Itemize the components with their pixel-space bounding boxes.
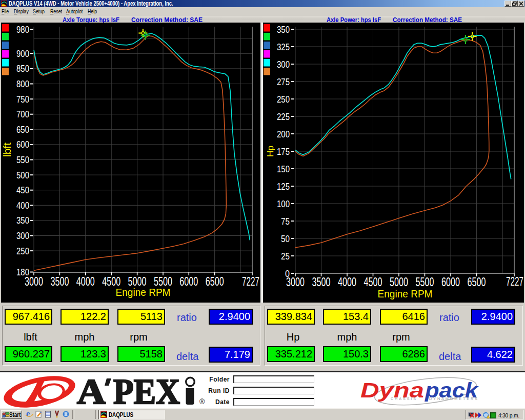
svg-text:100: 100 xyxy=(277,198,290,209)
svg-text:225: 225 xyxy=(277,111,290,122)
svg-text:Engine RPM: Engine RPM xyxy=(116,286,171,298)
svg-text:5500: 5500 xyxy=(416,275,434,289)
svg-text:200: 200 xyxy=(277,129,290,139)
svg-text:500: 500 xyxy=(16,170,29,181)
svg-text:250: 250 xyxy=(277,94,290,105)
svg-text:325: 325 xyxy=(277,42,290,52)
svg-text:3500: 3500 xyxy=(50,275,69,288)
svg-text:6500: 6500 xyxy=(206,275,224,288)
svg-text:650: 650 xyxy=(16,124,29,135)
svg-text:7227: 7227 xyxy=(506,275,523,288)
svg-text:300: 300 xyxy=(277,59,290,70)
svg-text:350: 350 xyxy=(277,24,290,35)
svg-text:25: 25 xyxy=(281,251,290,262)
svg-text:Correction Method: SAE: Correction Method: SAE xyxy=(393,16,462,23)
svg-text:Correction Method: SAE: Correction Method: SAE xyxy=(131,16,203,23)
svg-text:4000: 4000 xyxy=(338,275,356,289)
svg-text:450: 450 xyxy=(16,185,29,195)
svg-text:750: 750 xyxy=(16,94,29,105)
svg-text:6000: 6000 xyxy=(179,275,198,288)
svg-text:125: 125 xyxy=(277,181,290,192)
svg-text:DYNAMOMETERS: DYNAMOMETERS xyxy=(429,396,479,401)
svg-text:850: 850 xyxy=(16,63,29,74)
svg-text:A: A xyxy=(77,372,106,408)
svg-text:300: 300 xyxy=(16,230,29,241)
svg-text:3500: 3500 xyxy=(312,275,331,289)
svg-text:3000: 3000 xyxy=(286,275,305,289)
svg-text:Axle Power: hps IsF: Axle Power: hps IsF xyxy=(327,16,381,23)
svg-text:4500: 4500 xyxy=(364,275,382,289)
svg-text:75: 75 xyxy=(281,216,290,227)
svg-text:Hp: Hp xyxy=(266,146,275,157)
svg-text:600: 600 xyxy=(16,139,29,150)
svg-text:lbft: lbft xyxy=(1,143,13,157)
svg-text:175: 175 xyxy=(277,146,290,157)
svg-text:CHASSIS: CHASSIS xyxy=(391,396,417,401)
svg-text:350: 350 xyxy=(16,215,29,226)
svg-text:50: 50 xyxy=(281,233,290,244)
svg-text:800: 800 xyxy=(16,78,29,89)
svg-text:PEX: PEX xyxy=(113,372,180,408)
svg-text:Axle Torque: hps IsF: Axle Torque: hps IsF xyxy=(63,16,119,23)
svg-text:3000: 3000 xyxy=(25,275,43,288)
svg-text:400: 400 xyxy=(16,200,29,211)
svg-text:150: 150 xyxy=(277,164,290,174)
svg-text:Engine RPM: Engine RPM xyxy=(378,288,433,299)
svg-text:900: 900 xyxy=(16,48,29,59)
svg-text:5000: 5000 xyxy=(390,275,408,289)
svg-text:6500: 6500 xyxy=(468,275,486,289)
svg-text:6000: 6000 xyxy=(441,275,460,289)
svg-text:7227: 7227 xyxy=(242,275,259,288)
svg-text:550: 550 xyxy=(16,154,29,165)
svg-text:250: 250 xyxy=(16,246,29,256)
svg-text:275: 275 xyxy=(277,76,290,87)
svg-text:4000: 4000 xyxy=(76,275,95,288)
svg-text:700: 700 xyxy=(16,109,29,119)
svg-text:980: 980 xyxy=(16,24,29,35)
